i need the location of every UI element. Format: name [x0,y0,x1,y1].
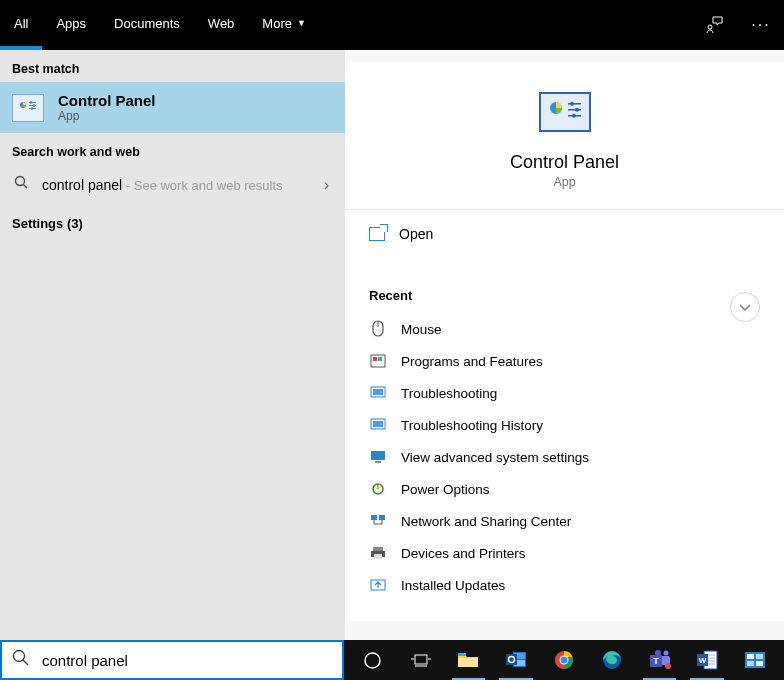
recent-item-programs[interactable]: Programs and Features [369,345,760,377]
teams-icon: T [649,650,671,670]
tab-all[interactable]: All [0,0,42,50]
search-icon [12,649,30,671]
recent-item-label: Network and Sharing Center [401,514,571,529]
taskbar-cortana[interactable] [350,640,396,680]
best-match-result[interactable]: Control Panel App [0,82,345,133]
svg-line-35 [23,660,28,665]
recent-item-installed-updates[interactable]: Installed Updates [369,569,760,601]
taskbar-app[interactable] [732,640,778,680]
expand-actions-button[interactable] [730,292,760,322]
section-settings[interactable]: Settings (3) [0,204,345,243]
network-icon [369,512,387,530]
feedback-button[interactable] [692,0,738,50]
programs-icon [369,352,387,370]
web-search-result[interactable]: control panel - See work and web results… [0,165,345,204]
svg-rect-68 [747,661,754,666]
open-icon [369,227,385,241]
ellipsis-icon: ··· [751,16,770,34]
app-icon [745,652,765,668]
svg-rect-10 [568,103,581,105]
svg-rect-11 [568,109,581,111]
folder-icon [457,652,479,668]
task-view-icon [411,652,431,668]
preview-app-icon [539,92,591,132]
word-icon: W [696,650,718,670]
control-panel-icon [12,94,44,122]
taskbar-file-explorer[interactable] [446,640,492,680]
svg-point-15 [572,114,576,118]
svg-rect-42 [458,653,466,656]
tab-web[interactable]: Web [194,0,249,50]
svg-rect-46 [506,654,517,665]
open-action[interactable]: Open [345,210,784,258]
svg-text:T: T [653,656,659,666]
recent-title: Recent [369,288,760,303]
svg-point-7 [15,177,24,186]
tab-more[interactable]: More ▼ [248,0,320,50]
svg-point-13 [570,102,574,106]
taskbar-teams[interactable]: T [637,640,683,680]
recent-item-label: Troubleshooting [401,386,497,401]
svg-point-53 [663,651,668,656]
tab-apps[interactable]: Apps [42,0,100,50]
chevron-down-icon [739,298,751,316]
outlook-icon [505,650,527,670]
printer-icon [369,544,387,562]
svg-point-6 [31,107,33,109]
chrome-icon [554,650,574,670]
recent-item-mouse[interactable]: Mouse [369,313,760,345]
taskbar-outlook[interactable] [493,640,539,680]
taskbar-edge[interactable] [589,640,635,680]
mouse-icon [369,320,387,338]
svg-text:W: W [699,656,707,665]
svg-point-4 [30,101,32,103]
search-tabs-bar: All Apps Documents Web More ▼ ··· [0,0,784,50]
more-options-button[interactable]: ··· [738,0,784,50]
recent-item-power-options[interactable]: Power Options [369,473,760,505]
taskbar: T W [344,640,784,680]
taskbar-word[interactable]: W [684,640,730,680]
svg-rect-20 [378,357,382,361]
taskbar-chrome[interactable] [541,640,587,680]
open-label: Open [399,226,433,242]
web-search-hint: - See work and web results [122,178,282,193]
recent-item-label: Power Options [401,482,490,497]
troubleshoot-icon [369,384,387,402]
recent-item-advanced-system[interactable]: View advanced system settings [369,441,760,473]
preview-title: Control Panel [345,152,784,173]
tab-documents[interactable]: Documents [100,0,194,50]
svg-rect-69 [756,661,763,666]
svg-point-5 [33,104,35,106]
search-input[interactable] [42,652,332,669]
svg-rect-41 [458,658,478,667]
recent-item-devices-printers[interactable]: Devices and Printers [369,537,760,569]
svg-rect-26 [375,461,381,463]
recent-item-label: Programs and Features [401,354,543,369]
recent-item-troubleshooting-history[interactable]: Troubleshooting History [369,409,760,441]
svg-point-50 [561,657,568,664]
chevron-right-icon: › [324,176,333,194]
svg-rect-22 [373,389,383,395]
svg-point-34 [14,651,25,662]
search-icon [12,175,30,194]
svg-rect-66 [747,654,754,659]
best-match-subtitle: App [58,109,156,123]
svg-point-36 [365,653,380,668]
caret-down-icon: ▼ [297,18,306,28]
svg-rect-29 [379,515,385,520]
section-search-work-web: Search work and web [0,133,345,165]
svg-rect-67 [756,654,763,659]
recent-item-network-sharing[interactable]: Network and Sharing Center [369,505,760,537]
recent-item-label: Troubleshooting History [401,418,543,433]
svg-point-57 [665,663,671,669]
svg-rect-28 [371,515,377,520]
search-box[interactable] [0,640,344,680]
recent-item-troubleshooting[interactable]: Troubleshooting [369,377,760,409]
recent-item-label: View advanced system settings [401,450,589,465]
taskbar-task-view[interactable] [398,640,444,680]
svg-line-8 [23,185,27,189]
svg-rect-37 [415,655,427,664]
recent-item-label: Installed Updates [401,578,505,593]
troubleshoot-history-icon [369,416,387,434]
person-feedback-icon [706,16,724,34]
